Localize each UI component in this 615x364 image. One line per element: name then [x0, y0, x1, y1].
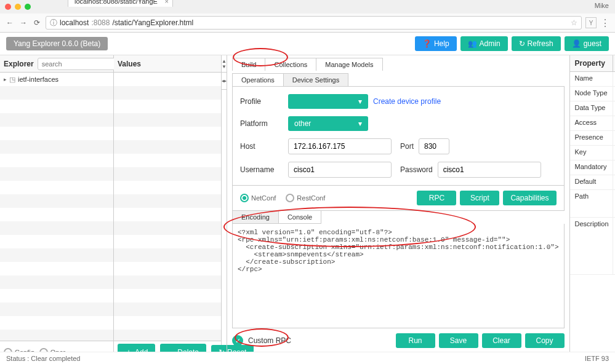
refresh-button[interactable]: ↻ Refresh [512, 36, 561, 51]
bottom-action-row: ✓ Custom RPC Run Save Clear Copy [232, 328, 565, 353]
app-title: Yang Explorer 0.6.0 (Beta) [6, 37, 108, 50]
property-row: Node Typecontainer [570, 87, 616, 101]
tab-console[interactable]: Console [279, 211, 321, 223]
forward-icon[interactable]: → [18, 18, 28, 28]
custom-rpc-label: Custom RPC [248, 336, 291, 345]
platform-label: Platform [240, 119, 283, 128]
properties-panel: Property Value NamestatisticsNode Typeco… [569, 55, 616, 363]
explorer-title: Explorer [4, 60, 34, 68]
tab-encoding[interactable]: Encoding [233, 211, 279, 223]
password-input[interactable] [438, 162, 541, 178]
tab-collections[interactable]: Collections [265, 58, 316, 71]
property-key: Default [570, 175, 613, 189]
property-key: Node Type [570, 87, 613, 101]
reload-icon[interactable]: ⟳ [32, 18, 42, 28]
output-tabs: Encoding Console [232, 211, 321, 224]
chevron-right-icon[interactable]: ▸ [4, 76, 7, 82]
property-key: Key [570, 146, 613, 160]
profile-label: Profile [240, 97, 283, 106]
check-icon[interactable]: ✓ [232, 335, 243, 346]
traffic-lights [5, 4, 31, 10]
property-key: Path [570, 190, 613, 217]
property-value [613, 160, 616, 175]
tab-device-settings[interactable]: Device Settings [284, 74, 348, 86]
help-button[interactable]: ❓ Help [415, 36, 457, 51]
script-button[interactable]: Script [460, 191, 499, 205]
platform-select[interactable]: other▾ [288, 116, 368, 131]
property-row: Key [570, 146, 616, 160]
code-editor[interactable]: <?xml version="1.0" encoding="utf-8"?> <… [232, 224, 565, 328]
info-icon: ⓘ [50, 18, 57, 28]
window-minimize-icon[interactable] [15, 4, 21, 10]
property-value [613, 131, 616, 145]
tab-manage-models[interactable]: Manage Models [316, 58, 382, 71]
host-input[interactable] [288, 138, 392, 154]
browser-chrome: localhost:8088/static/YangE × Mike ← → ⟳… [0, 0, 615, 33]
tab-operations[interactable]: Operations [233, 74, 284, 86]
window-zoom-icon[interactable] [25, 4, 31, 10]
back-icon[interactable]: ← [5, 18, 15, 28]
splitter-control[interactable]: ◂▸ [222, 73, 227, 90]
tree-item[interactable]: ▸ ◳ ietf-interfaces [0, 73, 113, 86]
port-label: Port [400, 142, 414, 151]
tab-build[interactable]: Build [233, 58, 265, 71]
username-input[interactable] [288, 162, 392, 178]
explorer-tree[interactable]: ▸ ◳ ietf-interfaces [0, 73, 113, 341]
property-row: DescriptionStatistical data pertaining t… [570, 218, 616, 275]
property-key: Access [570, 116, 613, 130]
restconf-radio[interactable]: RestConf [286, 194, 325, 202]
status-text: Status : Clear completed [6, 355, 80, 362]
app-header: Yang Explorer 0.6.0 (Beta) ❓ Help 👥 Admi… [0, 33, 615, 55]
property-key: Data Type [570, 101, 613, 116]
save-button[interactable]: Save [439, 333, 478, 348]
property-row: Accessread-only [570, 116, 616, 131]
menu-icon[interactable]: ⋮ [600, 17, 610, 29]
copy-button[interactable]: Copy [525, 333, 565, 348]
clear-button[interactable]: Clear [482, 333, 521, 348]
property-value: read-only [613, 116, 616, 130]
property-key: Description [570, 218, 613, 274]
property-row: Data Type [570, 101, 616, 116]
spinner-control[interactable]: ▲▼ [222, 55, 227, 73]
close-icon[interactable]: × [165, 0, 169, 5]
url-bar[interactable]: ⓘ localhost:8088/static/YangExplorer.htm… [46, 16, 582, 30]
protocol-row: NetConf RestConf RPC Script Capabilities [232, 186, 565, 211]
netconf-radio[interactable]: NetConf [240, 194, 276, 202]
sub-tabs: Operations Device Settings [232, 73, 348, 87]
rpc-button[interactable]: RPC [417, 191, 456, 205]
guest-button[interactable]: 👤 guest [565, 36, 609, 51]
properties-header: Property Value [570, 55, 616, 72]
run-button[interactable]: Run [396, 333, 435, 348]
bookmark-icon[interactable]: ☆ [571, 18, 577, 27]
port-input[interactable] [419, 138, 449, 154]
admin-button[interactable]: 👥 Admin [460, 36, 508, 51]
property-value: statistics [613, 72, 616, 86]
module-icon: ◳ [9, 76, 15, 84]
center-panel: Build Collections Manage Models Operatio… [227, 55, 569, 363]
property-value: Statistical data pertaining to the NETCO… [613, 218, 616, 274]
window-close-icon[interactable] [5, 4, 11, 10]
chevron-down-icon: ▾ [358, 119, 362, 128]
property-key: Mandatory [570, 160, 613, 175]
extension-icon[interactable]: Y [585, 17, 597, 28]
spinner-column: ▲▼ ◂▸ [222, 55, 227, 363]
url-path: /static/YangExplorer.html [112, 18, 193, 27]
main-tabs: Build Collections Manage Models [232, 58, 383, 71]
property-row: Presence [570, 131, 616, 146]
property-value: container [613, 87, 616, 101]
values-body [114, 73, 221, 341]
browser-tab[interactable]: localhost:8088/static/YangE × [68, 0, 173, 7]
profile-select[interactable]: ▾ [288, 94, 368, 109]
property-row: Namestatistics [570, 72, 616, 87]
property-value: ietf-netconf-monitoring/netconf-state/st… [613, 190, 616, 217]
status-right: IETF 93 [585, 355, 609, 362]
chevron-down-icon: ▾ [358, 97, 362, 106]
property-row: Pathietf-netconf-monitoring/netconf-stat… [570, 190, 616, 218]
prop-header-key: Property [570, 55, 613, 71]
url-port: :8088 [91, 18, 110, 27]
browser-tab-title: localhost:8088/static/YangE [74, 0, 158, 5]
create-profile-link[interactable]: Create device profile [373, 97, 441, 106]
explorer-header: Explorer [0, 55, 113, 73]
browser-user: Mike [595, 2, 609, 9]
capabilities-button[interactable]: Capabilities [503, 191, 556, 205]
